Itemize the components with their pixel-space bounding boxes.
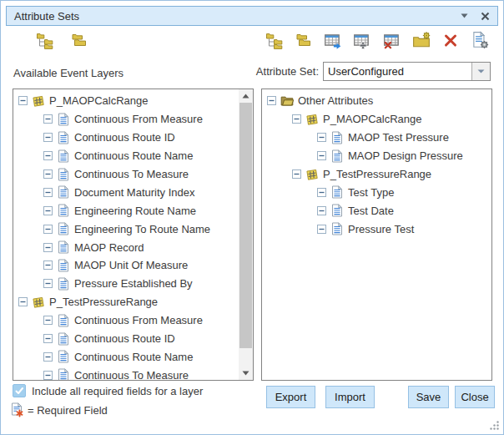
save-button[interactable]: Save bbox=[408, 386, 449, 408]
collapse-box-icon[interactable] bbox=[43, 243, 53, 252]
attribute-set-value[interactable]: UserConfigured bbox=[324, 63, 471, 80]
window-menu-icon[interactable] bbox=[461, 13, 468, 18]
tree-item-maop-design-pressure[interactable]: MAOP Design Pressure bbox=[262, 147, 491, 165]
tree-item-continuous-from-measure[interactable]: Continuous From Measure bbox=[13, 311, 239, 330]
dropdown-arrow-button[interactable] bbox=[471, 63, 490, 80]
tree-item-p-testpressurerange[interactable]: P_TestPressureRange bbox=[262, 165, 491, 184]
collapse-box-icon[interactable] bbox=[317, 151, 326, 160]
delete-icon[interactable] bbox=[441, 31, 460, 49]
tree-item-continuous-to-measure[interactable]: Continuous To Measure bbox=[13, 165, 239, 184]
available-event-layers-label: Available Event Layers bbox=[13, 67, 123, 79]
tree-item-label: MAOP Test Pressure bbox=[348, 131, 449, 144]
tree-item-label: P_TestPressureRange bbox=[49, 296, 158, 308]
scroll-down-icon[interactable] bbox=[239, 367, 253, 380]
collapse-box-icon[interactable] bbox=[43, 334, 53, 343]
field-icon bbox=[330, 204, 344, 217]
collapse-box-icon[interactable] bbox=[317, 133, 326, 142]
tree-item-label: Engineering Route Name bbox=[74, 205, 196, 217]
field-icon bbox=[57, 185, 70, 199]
new-attribute-set-icon[interactable] bbox=[412, 31, 431, 49]
field-icon bbox=[57, 240, 70, 254]
collapse-box-icon[interactable] bbox=[43, 206, 53, 215]
tree-item-test-type[interactable]: Test Type bbox=[262, 183, 491, 201]
expand-attribute-set-icon[interactable] bbox=[265, 31, 284, 49]
tree-item-pressure-established-by[interactable]: Pressure Established By bbox=[13, 275, 239, 293]
tree-item-maop-test-pressure[interactable]: MAOP Test Pressure bbox=[262, 129, 491, 147]
field-icon bbox=[57, 277, 70, 291]
required-field-icon bbox=[10, 402, 24, 417]
tree-item-continuous-route-id[interactable]: Continuous Route ID bbox=[13, 129, 239, 147]
tree-item-engineering-route-name[interactable]: Engineering Route Name bbox=[13, 201, 239, 220]
tree-item-p-maopcalcrange[interactable]: P_MAOPCalcRange bbox=[262, 110, 491, 129]
collapse-box-icon[interactable] bbox=[43, 352, 53, 362]
tree-item-label: Continuous To Measure bbox=[74, 168, 189, 180]
collapse-box-icon[interactable] bbox=[18, 96, 28, 105]
collapse-box-icon[interactable] bbox=[43, 225, 53, 234]
attribute-set-row: Attribute Set: UserConfigured bbox=[251, 62, 491, 81]
layer-icon bbox=[305, 113, 319, 126]
attribute-set-properties-icon[interactable] bbox=[471, 31, 489, 49]
collapse-box-icon[interactable] bbox=[43, 133, 53, 142]
collapse-box-icon[interactable] bbox=[43, 114, 53, 124]
tree-item-label: Engineering To Route Name bbox=[74, 223, 210, 235]
scrollbar-thumb[interactable] bbox=[239, 103, 252, 348]
collapse-box-icon[interactable] bbox=[292, 169, 301, 179]
tree-item-other-attributes[interactable]: Other Attributes bbox=[262, 92, 491, 110]
collapse-attribute-set-icon[interactable] bbox=[295, 31, 313, 49]
collapse-box-icon[interactable] bbox=[267, 96, 276, 105]
tree-item-label: Continuous Route ID bbox=[74, 332, 175, 345]
collapse-box-icon[interactable] bbox=[43, 151, 53, 160]
tree-item-pressure-test[interactable]: Pressure Test bbox=[262, 220, 491, 238]
collapse-box-icon[interactable] bbox=[43, 371, 53, 380]
attribute-sets-window: Attribute Sets Available Event Layers At… bbox=[0, 0, 504, 435]
tree-item-p-testpressurerange[interactable]: P_TestPressureRange bbox=[13, 293, 239, 311]
titlebar[interactable]: Attribute Sets bbox=[6, 6, 498, 26]
tree-item-p-maopcalcrange[interactable]: P_MAOPCalcRange bbox=[13, 92, 239, 110]
attribute-set-dropdown[interactable]: UserConfigured bbox=[323, 62, 491, 81]
tree-item-engineering-to-route-name[interactable]: Engineering To Route Name bbox=[13, 220, 239, 238]
collapse-box-icon[interactable] bbox=[18, 297, 28, 306]
field-icon bbox=[330, 131, 344, 144]
tree-item-maop-record[interactable]: MAOP Record bbox=[13, 238, 239, 256]
field-icon bbox=[57, 113, 70, 126]
field-icon bbox=[330, 149, 344, 163]
tree-item-continuous-route-name[interactable]: Continuous Route Name bbox=[13, 147, 239, 165]
attribute-set-label: Attribute Set: bbox=[256, 65, 319, 78]
scroll-up-icon[interactable] bbox=[239, 89, 253, 103]
collapse-box-icon[interactable] bbox=[43, 188, 53, 197]
tree-item-continuous-route-id[interactable]: Continuous Route ID bbox=[13, 330, 239, 348]
collapse-box-icon[interactable] bbox=[292, 114, 301, 124]
field-icon bbox=[57, 222, 70, 235]
tree-item-document-maturity-index[interactable]: Document Maturity Index bbox=[13, 183, 239, 201]
collapse-box-icon[interactable] bbox=[43, 169, 53, 179]
close-button[interactable]: Close bbox=[455, 386, 495, 408]
tree-item-label: Continuous Route Name bbox=[74, 149, 193, 162]
collapse-box-icon[interactable] bbox=[43, 316, 53, 325]
export-button[interactable]: Export bbox=[266, 386, 315, 408]
collapse-box-icon[interactable] bbox=[43, 260, 53, 270]
vertical-scrollbar[interactable] bbox=[239, 89, 253, 380]
tree-item-continuous-route-name[interactable]: Continuous Route Name bbox=[13, 347, 239, 366]
include-required-checkbox[interactable] bbox=[13, 384, 26, 397]
collapse-box-icon[interactable] bbox=[317, 188, 326, 197]
collapse-box-icon[interactable] bbox=[317, 206, 326, 215]
export-attribute-set-icon[interactable] bbox=[324, 31, 342, 49]
collapse-box-icon[interactable] bbox=[43, 279, 53, 288]
tree-item-continuous-from-measure[interactable]: Continuous From Measure bbox=[13, 110, 239, 129]
layer-icon bbox=[305, 168, 319, 181]
collapse-event-layers-icon[interactable] bbox=[70, 31, 88, 49]
tree-item-maop-unit-of-measure[interactable]: MAOP Unit Of Measure bbox=[13, 256, 239, 275]
expand-event-layers-icon[interactable] bbox=[36, 31, 54, 49]
attribute-set-tree: Other AttributesP_MAOPCalcRangeMAOP Test… bbox=[262, 92, 491, 380]
add-attribute-set-icon[interactable] bbox=[353, 31, 371, 49]
chevron-down-icon bbox=[477, 69, 485, 73]
resize-grip-icon[interactable] bbox=[489, 420, 500, 431]
collapse-box-icon[interactable] bbox=[317, 225, 326, 234]
import-button[interactable]: Import bbox=[325, 386, 375, 408]
field-icon bbox=[57, 204, 70, 217]
tree-item-test-date[interactable]: Test Date bbox=[262, 201, 491, 220]
close-icon[interactable] bbox=[481, 12, 490, 21]
tree-item-label: Pressure Established By bbox=[74, 277, 193, 290]
remove-attribute-set-icon[interactable] bbox=[383, 31, 401, 49]
tree-item-continuous-to-measure[interactable]: Continuous To Measure bbox=[13, 366, 239, 380]
